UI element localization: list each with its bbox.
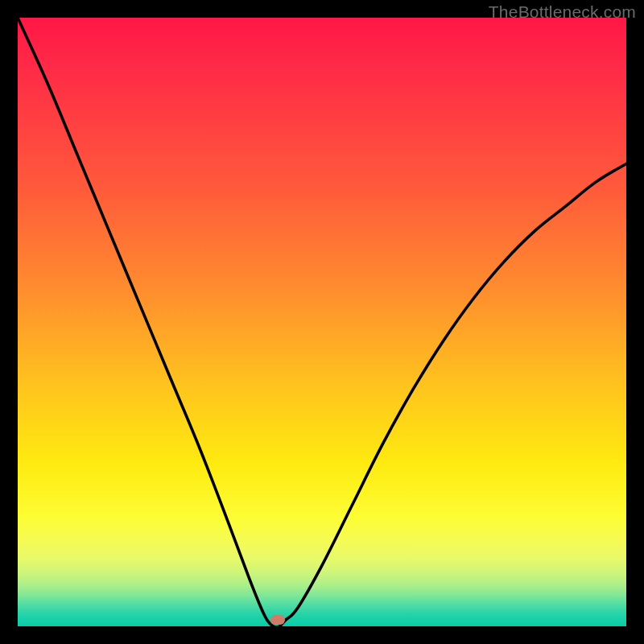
plot-area — [18, 18, 626, 626]
chart-container: TheBottleneck.com — [0, 0, 644, 644]
optimal-marker — [270, 615, 285, 625]
bottleneck-curve — [18, 18, 626, 626]
curve-layer — [18, 18, 626, 626]
watermark-text: TheBottleneck.com — [489, 2, 636, 22]
